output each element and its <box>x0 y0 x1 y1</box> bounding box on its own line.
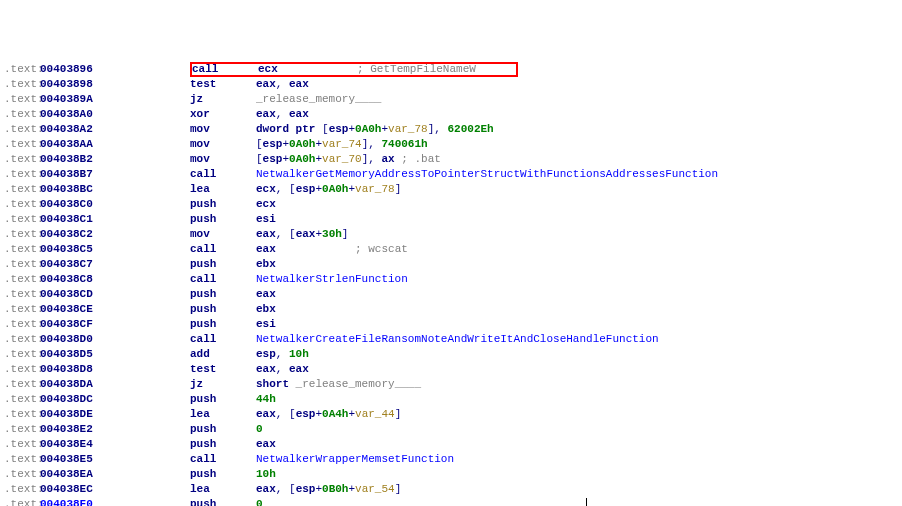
address: 004038DE <box>40 407 190 422</box>
asm-line[interactable]: .text:004038C5calleax ; wcscat <box>0 242 902 257</box>
operand-token: eax <box>289 108 309 120</box>
operand-token: eax <box>256 78 276 90</box>
operands: eax, [esp+0B0h+var_54] <box>256 482 401 497</box>
operand-token: esp <box>256 348 276 360</box>
immediate: 30h <box>322 228 342 240</box>
asm-line[interactable]: .text:004038D8testeax, eax <box>0 362 902 377</box>
operand-token: esp <box>296 408 316 420</box>
operand-token: dword ptr <box>256 123 322 135</box>
asm-line[interactable]: .text:004038AAmov[esp+0A0h+var_74], 7400… <box>0 137 902 152</box>
segment-label: .text: <box>0 302 40 317</box>
stack-var: var_78 <box>388 123 428 135</box>
operand-token: esp <box>263 138 283 150</box>
asm-line[interactable]: .text:00403896callecx ; GetTempFileNameW <box>0 62 902 77</box>
operands: eax, eax <box>256 362 309 377</box>
operand-token: short <box>256 378 296 390</box>
mnemonic: mov <box>190 137 256 152</box>
asm-line[interactable]: .text:0040389Ajz_release_memory____ <box>0 92 902 107</box>
operand-token: , <box>276 363 289 375</box>
mnemonic: push <box>190 212 256 227</box>
segment-label: .text: <box>0 497 40 506</box>
operand-token: esp <box>296 483 316 495</box>
segment-label: .text: <box>0 272 40 287</box>
operand-token: ] <box>342 228 349 240</box>
asm-line[interactable]: .text:004038ECleaeax, [esp+0B0h+var_54] <box>0 482 902 497</box>
immediate: 0 <box>256 498 263 506</box>
asm-line[interactable]: .text:004038CEpushebx <box>0 302 902 317</box>
operands: eax <box>256 287 276 302</box>
asm-line[interactable]: .text:004038DAjzshort _release_memory___… <box>0 377 902 392</box>
stack-var: var_70 <box>322 153 362 165</box>
operand-token: [ <box>256 138 263 150</box>
operand-token: , [ <box>276 483 296 495</box>
address: 00403896 <box>40 62 190 77</box>
asm-line[interactable]: .text:004038B7callNetwalkerGetMemoryAddr… <box>0 167 902 182</box>
immediate: 0B0h <box>322 483 348 495</box>
operand-token: ecx <box>256 198 276 210</box>
segment-label: .text: <box>0 407 40 422</box>
address: 004038D8 <box>40 362 190 377</box>
operands: esi <box>256 317 276 332</box>
asm-line[interactable]: .text:004038C1pushesi <box>0 212 902 227</box>
mnemonic: lea <box>190 182 256 197</box>
mnemonic: call <box>190 272 256 287</box>
operand-token: ] <box>395 483 402 495</box>
asm-line[interactable]: .text:004038E2push0 <box>0 422 902 437</box>
operands: eax <box>256 437 276 452</box>
mnemonic: push <box>190 437 256 452</box>
asm-line[interactable]: .text:004038EApush10h <box>0 467 902 482</box>
asm-line[interactable]: .text:004038D0callNetwalkerCreateFileRan… <box>0 332 902 347</box>
operand-token: , [ <box>276 408 296 420</box>
operands: eax, eax <box>256 77 309 92</box>
asm-line[interactable]: .text:004038CDpusheax <box>0 287 902 302</box>
operand-token: eax <box>256 408 276 420</box>
asm-line[interactable]: .text:004038C2moveax, [eax+30h] <box>0 227 902 242</box>
address: 004038E4 <box>40 437 190 452</box>
asm-line[interactable]: .text:004038C8callNetwalkerStrlenFunctio… <box>0 272 902 287</box>
operand-token: eax <box>256 108 276 120</box>
asm-line[interactable]: .text:004038BCleaecx, [esp+0A0h+var_78] <box>0 182 902 197</box>
address: 004038D0 <box>40 332 190 347</box>
mnemonic: push <box>190 497 256 506</box>
segment-label: .text: <box>0 362 40 377</box>
stack-var: var_78 <box>355 183 395 195</box>
segment-label: .text: <box>0 197 40 212</box>
asm-line[interactable]: .text:004038B2mov[esp+0A0h+var_70], ax ;… <box>0 152 902 167</box>
immediate: 10h <box>289 348 309 360</box>
operand-token: eax <box>256 483 276 495</box>
asm-line[interactable]: .text:004038F0push0 <box>0 497 902 506</box>
operand-token: [ <box>322 123 329 135</box>
mnemonic: jz <box>190 92 256 107</box>
function-ref: NetwalkerCreateFileRansomNoteAndWriteItA… <box>256 333 659 345</box>
stack-var: var_44 <box>355 408 395 420</box>
asm-line[interactable]: .text:004038CFpushesi <box>0 317 902 332</box>
segment-label: .text: <box>0 347 40 362</box>
operand-token: eax <box>256 288 276 300</box>
operand-token: ax <box>381 153 401 165</box>
address: 004038F0 <box>40 497 190 506</box>
asm-line[interactable]: .text:004038A0xoreax, eax <box>0 107 902 122</box>
asm-line[interactable]: .text:004038A2movdword ptr [esp+0A0h+var… <box>0 122 902 137</box>
asm-line[interactable]: .text:004038C7pushebx <box>0 257 902 272</box>
operand-token: _release_memory____ <box>256 93 381 105</box>
asm-line[interactable]: .text:004038C0pushecx <box>0 197 902 212</box>
operand-token: eax <box>289 78 309 90</box>
function-ref: NetwalkerWrapperMemsetFunction <box>256 453 454 465</box>
segment-label: .text: <box>0 167 40 182</box>
asm-line[interactable]: .text:004038DEleaeax, [esp+0A4h+var_44] <box>0 407 902 422</box>
mnemonic: add <box>190 347 256 362</box>
segment-label: .text: <box>0 452 40 467</box>
asm-line[interactable]: .text:004038E4pusheax <box>0 437 902 452</box>
segment-label: .text: <box>0 212 40 227</box>
mnemonic: push <box>190 197 256 212</box>
operands: ebx <box>256 257 276 272</box>
mnemonic: xor <box>190 107 256 122</box>
asm-line[interactable]: .text:004038DCpush44h <box>0 392 902 407</box>
comment: ; .bat <box>401 153 441 165</box>
mnemonic: lea <box>190 407 256 422</box>
address: 004038C5 <box>40 242 190 257</box>
asm-line[interactable]: .text:00403898testeax, eax <box>0 77 902 92</box>
asm-line[interactable]: .text:004038D5addesp, 10h <box>0 347 902 362</box>
operand-token: eax <box>256 438 276 450</box>
asm-line[interactable]: .text:004038E5callNetwalkerWrapperMemset… <box>0 452 902 467</box>
